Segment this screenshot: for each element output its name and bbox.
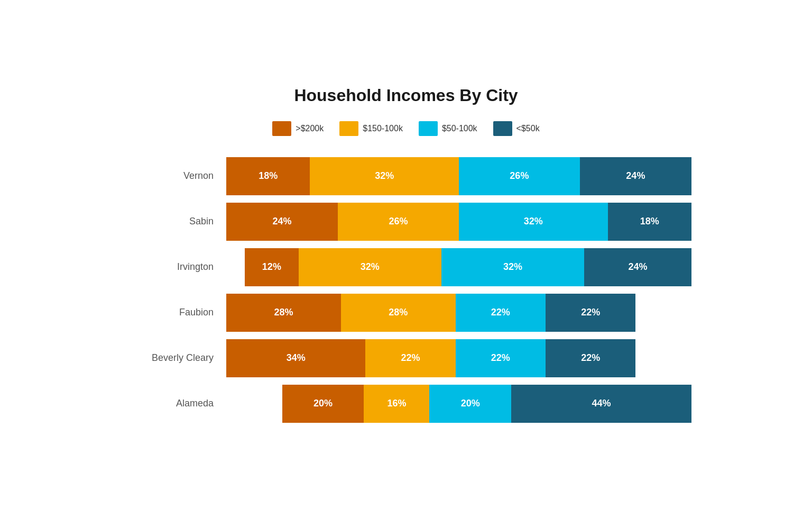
bar-segment: 26% <box>338 203 459 241</box>
bar-segment: 32% <box>299 248 441 286</box>
legend-color-box <box>493 121 512 136</box>
bar-segment: 16% <box>364 385 429 423</box>
bar-segment: 20% <box>282 385 364 423</box>
bar-segment: 28% <box>341 294 456 332</box>
legend-item: <$50k <box>493 121 540 136</box>
legend-color-box <box>419 121 438 136</box>
bar-row: Irvington12%32%32%24% <box>121 248 691 286</box>
bar-segment: 24% <box>584 248 691 286</box>
legend-item: >$200k <box>272 121 324 136</box>
bar-segment: 22% <box>546 339 635 377</box>
bar-segment: 22% <box>365 339 455 377</box>
legend: >$200k$150-100k$50-100k<$50k <box>121 121 691 136</box>
bar-row: Faubion28%28%22%22% <box>121 294 691 332</box>
legend-label: <$50k <box>516 124 540 133</box>
bar-segment: 22% <box>456 294 546 332</box>
bar-label: Vernon <box>121 170 226 182</box>
chart-container: Household Incomes By City >$200k$150-100… <box>89 65 723 444</box>
bar-track: 24%26%32%18% <box>226 203 691 241</box>
bar-label: Alameda <box>121 398 226 409</box>
bar-segment: 24% <box>226 203 338 241</box>
bar-track: 12%32%32%24% <box>226 248 691 286</box>
chart-title: Household Incomes By City <box>121 86 691 105</box>
bar-segment: 22% <box>456 339 546 377</box>
legend-label: $150-100k <box>363 124 403 133</box>
bar-segment: 22% <box>546 294 635 332</box>
bar-label: Beverly Cleary <box>121 352 226 364</box>
bar-label: Irvington <box>121 261 226 273</box>
bar-row: Alameda20%16%20%44% <box>121 385 691 423</box>
legend-item: $150-100k <box>339 121 403 136</box>
bar-row: Vernon18%32%26%24% <box>121 157 691 195</box>
legend-label: >$200k <box>296 124 324 133</box>
bar-track: 34%22%22%22% <box>226 339 691 377</box>
bar-segment: 24% <box>580 157 691 195</box>
bar-segment: 32% <box>441 248 584 286</box>
bar-label: Faubion <box>121 307 226 318</box>
legend-color-box <box>272 121 291 136</box>
bars-section: Vernon18%32%26%24%Sabin24%26%32%18%Irvin… <box>121 157 691 423</box>
bar-segment: 18% <box>608 203 691 241</box>
legend-color-box <box>339 121 358 136</box>
bar-segment: 34% <box>226 339 365 377</box>
bar-segment: 32% <box>459 203 608 241</box>
bar-row: Sabin24%26%32%18% <box>121 203 691 241</box>
bar-segment: 18% <box>226 157 310 195</box>
legend-label: $50-100k <box>442 124 477 133</box>
bar-row: Beverly Cleary34%22%22%22% <box>121 339 691 377</box>
bar-track: 20%16%20%44% <box>226 385 691 423</box>
bar-track: 18%32%26%24% <box>226 157 691 195</box>
legend-item: $50-100k <box>419 121 477 136</box>
bar-segment: 44% <box>511 385 691 423</box>
bar-segment: 32% <box>310 157 459 195</box>
bar-segment: 28% <box>226 294 341 332</box>
bar-segment: 12% <box>245 248 298 286</box>
bar-label: Sabin <box>121 216 226 227</box>
bar-segment: 26% <box>459 157 580 195</box>
bar-segment: 20% <box>429 385 511 423</box>
bar-track: 28%28%22%22% <box>226 294 691 332</box>
